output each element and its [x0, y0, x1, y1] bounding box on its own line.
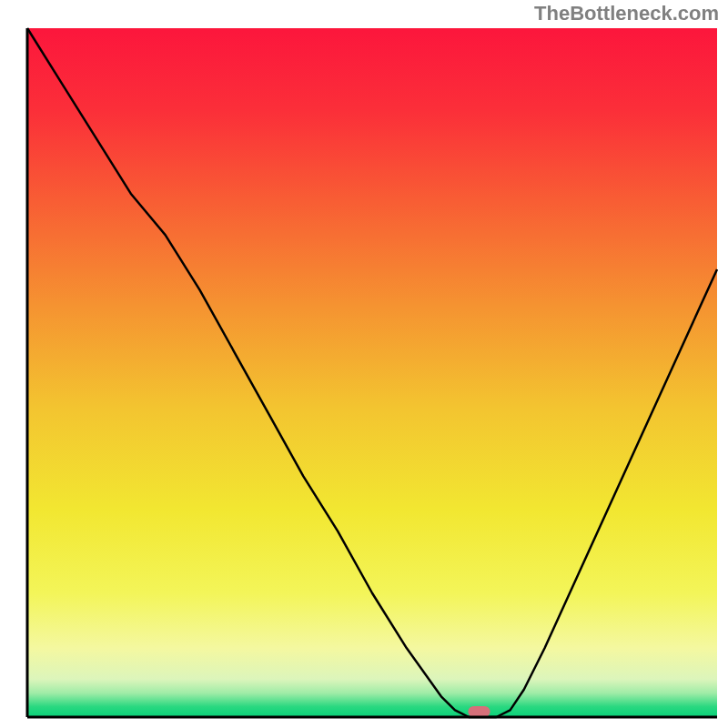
gradient-background [27, 28, 717, 717]
watermark-text: TheBottleneck.com [534, 2, 719, 25]
optimal-point-marker [468, 706, 490, 717]
chart-container: TheBottleneck.com [0, 0, 728, 728]
bottleneck-chart [0, 0, 728, 728]
